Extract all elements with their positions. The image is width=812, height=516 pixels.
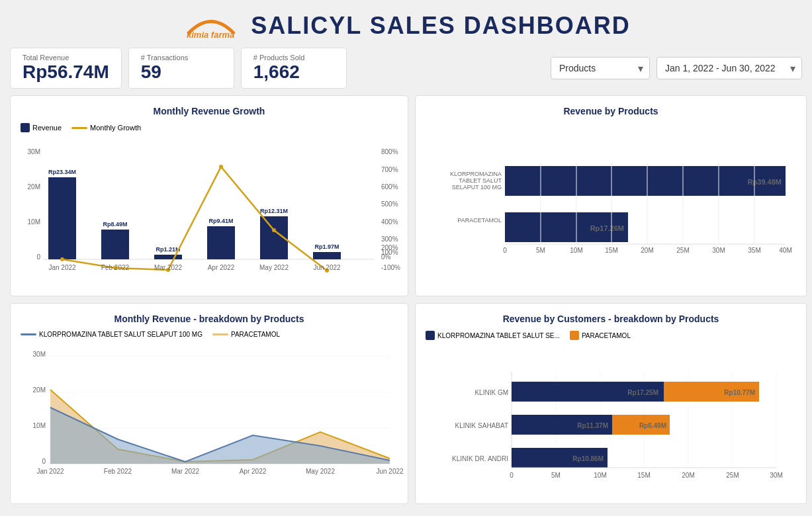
transactions-value: 59 bbox=[141, 62, 222, 83]
svg-text:KLINIK SAHABAT: KLINIK SAHABAT bbox=[455, 422, 508, 429]
svg-text:10M: 10M bbox=[33, 422, 46, 429]
header: kimia farma SALICYL SALES DASHBOARD bbox=[10, 7, 802, 48]
svg-text:20M: 20M bbox=[682, 472, 694, 479]
date-filter[interactable]: Jan 1, 2022 - Jun 30, 2022 bbox=[656, 57, 802, 79]
svg-text:15M: 15M bbox=[637, 472, 650, 479]
svg-text:Rp17.25M: Rp17.25M bbox=[627, 389, 658, 396]
bar-jan bbox=[48, 177, 76, 259]
monthly-breakdown-legend: KLORPROMAZINA TABLET SALUT SELAPUT 100 M… bbox=[21, 331, 398, 338]
svg-text:500%: 500% bbox=[381, 200, 398, 208]
svg-text:Rp10.77M: Rp10.77M bbox=[724, 389, 755, 396]
legend-para2-label: PARACETAMOL bbox=[582, 332, 631, 339]
svg-text:Feb 2022: Feb 2022 bbox=[101, 264, 130, 271]
svg-text:20M: 20M bbox=[28, 183, 40, 191]
products-filter[interactable]: Products bbox=[551, 57, 650, 79]
dashboard-title: SALICYL SALES DASHBOARD bbox=[251, 12, 630, 40]
area-klorpromazina bbox=[50, 408, 390, 464]
legend-para-label: PARACETAMOL bbox=[231, 331, 280, 338]
svg-text:300%: 300% bbox=[381, 236, 398, 243]
monthly-revenue-chart: Monthly Revenue Growth Revenue Monthly G… bbox=[10, 95, 408, 296]
svg-text:Rp1.97M: Rp1.97M bbox=[314, 243, 339, 250]
svg-text:20M: 20M bbox=[33, 386, 46, 394]
bar-feb bbox=[101, 230, 129, 259]
svg-text:5M: 5M bbox=[536, 247, 545, 254]
svg-text:Feb 2022: Feb 2022 bbox=[104, 468, 132, 475]
legend-kp2: KLORPROMAZINA TABLET SALUT SE... bbox=[426, 331, 560, 340]
svg-text:15M: 15M bbox=[605, 247, 617, 254]
svg-text:Jun 2022: Jun 2022 bbox=[313, 264, 341, 271]
svg-text:700%: 700% bbox=[381, 166, 398, 173]
svg-text:400%: 400% bbox=[381, 218, 398, 226]
chart-grid: Monthly Revenue Growth Revenue Monthly G… bbox=[10, 95, 802, 504]
svg-text:30M: 30M bbox=[712, 247, 725, 254]
legend-para2: PARACETAMOL bbox=[570, 331, 631, 340]
svg-text:Rp12.31M: Rp12.31M bbox=[260, 208, 288, 214]
date-filter-wrapper: Jan 1, 2022 - Jun 30, 2022 bbox=[656, 57, 802, 79]
svg-text:10M: 10M bbox=[570, 247, 582, 254]
svg-text:0%: 0% bbox=[381, 253, 391, 261]
growth-point-may bbox=[272, 228, 276, 232]
legend-kp-label: KLORPROMAZINA TABLET SALUT SELAPUT 100 M… bbox=[39, 331, 203, 338]
svg-text:30M: 30M bbox=[28, 148, 40, 155]
dashboard: kimia farma SALICYL SALES DASHBOARD Tota… bbox=[0, 0, 812, 511]
svg-text:35M: 35M bbox=[748, 247, 760, 254]
svg-text:Jun 2022: Jun 2022 bbox=[376, 468, 404, 475]
monthly-breakdown-svg: 30M 20M 10M 0 Jan 2022 Feb 2022 Mar 2022 bbox=[21, 343, 398, 476]
svg-text:Rp39.48M: Rp39.48M bbox=[748, 178, 782, 186]
svg-text:600%: 600% bbox=[381, 183, 398, 191]
transactions-card: # Transactions 59 bbox=[128, 48, 234, 89]
svg-text:30M: 30M bbox=[770, 472, 782, 479]
legend-para: PARACETAMOL bbox=[212, 331, 280, 338]
svg-text:20M: 20M bbox=[641, 247, 653, 254]
legend-kp-line bbox=[21, 333, 36, 335]
revenue-by-products-chart: Revenue by Products KLORPROMAZINA TABLET… bbox=[415, 95, 807, 296]
svg-text:Rp17.26M: Rp17.26M bbox=[590, 224, 624, 232]
monthly-breakdown-chart: Monthly Revenue - breakdown by Products … bbox=[10, 303, 408, 504]
legend-para-line bbox=[212, 333, 228, 335]
products-sold-label: # Products Sold bbox=[253, 54, 334, 62]
bar-jun bbox=[313, 252, 341, 259]
svg-text:800%: 800% bbox=[381, 148, 398, 155]
revenue-by-customers-legend: KLORPROMAZINA TABLET SALUT SE... PARACET… bbox=[426, 331, 796, 340]
growth-point-jan bbox=[60, 257, 64, 261]
svg-text:KLORPROMAZINA: KLORPROMAZINA bbox=[450, 171, 502, 177]
svg-text:KLINIK DR. ANDRI: KLINIK DR. ANDRI bbox=[452, 455, 508, 462]
transactions-label: # Transactions bbox=[141, 54, 222, 62]
legend-kp2-box bbox=[426, 331, 435, 340]
bar-klorpromazina bbox=[505, 166, 786, 196]
legend-growth-label: Monthly Growth bbox=[90, 124, 141, 132]
stats-row: Total Revenue Rp56.74M # Transactions 59… bbox=[10, 48, 802, 89]
svg-text:Rp6.49M: Rp6.49M bbox=[639, 422, 666, 429]
svg-text:Rp9.41M: Rp9.41M bbox=[208, 218, 233, 224]
revenue-by-customers-chart: Revenue by Customers - breakdown by Prod… bbox=[415, 303, 807, 504]
svg-text:30M: 30M bbox=[33, 351, 46, 358]
svg-text:Rp23.34M: Rp23.34M bbox=[48, 169, 76, 175]
svg-text:PARACETAMOL: PARACETAMOL bbox=[457, 217, 502, 224]
svg-text:Rp8.49M: Rp8.49M bbox=[103, 221, 127, 228]
svg-text:Rp11.37M: Rp11.37M bbox=[577, 422, 608, 429]
svg-text:0: 0 bbox=[36, 253, 40, 261]
total-revenue-card: Total Revenue Rp56.74M bbox=[10, 48, 122, 89]
legend-para2-box bbox=[570, 331, 579, 340]
svg-text:5M: 5M bbox=[551, 472, 561, 479]
svg-text:10M: 10M bbox=[594, 472, 606, 479]
total-revenue-label: Total Revenue bbox=[23, 54, 109, 62]
filter-group: Products Jan 1, 2022 - Jun 30, 2022 bbox=[551, 57, 802, 79]
logo: kimia farma bbox=[181, 13, 241, 39]
svg-text:TABLET SALUT: TABLET SALUT bbox=[459, 177, 502, 184]
svg-text:40M: 40M bbox=[779, 247, 791, 254]
bar-apr bbox=[207, 226, 235, 259]
svg-text:-100%: -100% bbox=[381, 264, 400, 271]
svg-text:0: 0 bbox=[510, 472, 514, 479]
svg-text:Jan 2022: Jan 2022 bbox=[48, 264, 76, 271]
legend-kp2-label: KLORPROMAZINA TABLET SALUT SE... bbox=[437, 332, 560, 339]
monthly-breakdown-title: Monthly Revenue - breakdown by Products bbox=[21, 314, 398, 324]
svg-text:Apr 2022: Apr 2022 bbox=[240, 468, 267, 475]
svg-text:May 2022: May 2022 bbox=[306, 468, 335, 475]
svg-text:25M: 25M bbox=[676, 247, 689, 254]
revenue-by-customers-title: Revenue by Customers - breakdown by Prod… bbox=[426, 314, 796, 324]
svg-text:Jan 2022: Jan 2022 bbox=[36, 468, 64, 475]
products-sold-card: # Products Sold 1,662 bbox=[241, 48, 347, 89]
svg-text:10M: 10M bbox=[28, 218, 40, 226]
bar-mar bbox=[154, 255, 182, 259]
